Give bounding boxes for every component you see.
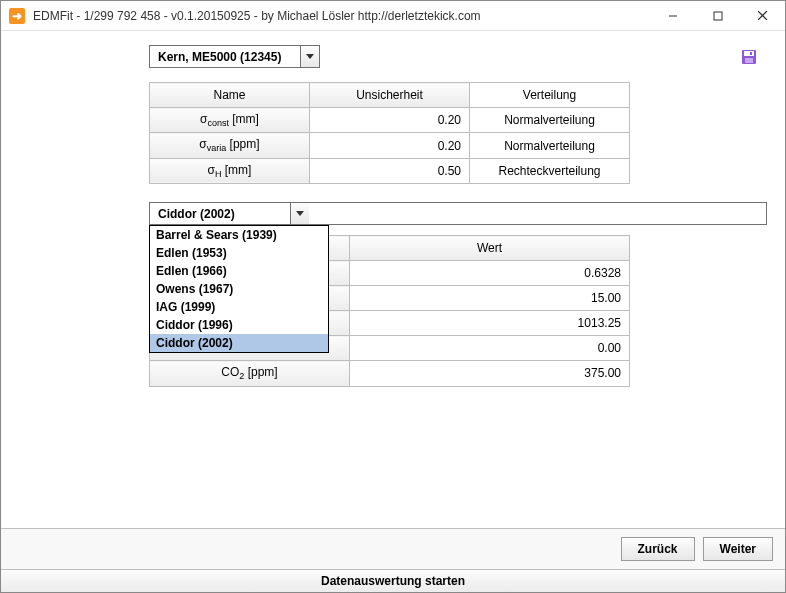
param-distribution[interactable]: Normalverteilung [470, 108, 630, 133]
chevron-down-icon[interactable] [300, 46, 319, 67]
dropdown-item[interactable]: IAG (1999) [150, 298, 328, 316]
table-row: σconst [mm] 0.20 Normalverteilung [150, 108, 630, 133]
col-name: Name [150, 83, 310, 108]
dropdown-item[interactable]: Barrel & Sears (1939) [150, 226, 328, 244]
svg-marker-9 [296, 211, 304, 216]
param-uncertainty[interactable]: 0.20 [310, 108, 470, 133]
param-value[interactable]: 0.6328 [350, 261, 630, 286]
col-distribution: Verteilung [470, 83, 630, 108]
start-evaluation-button[interactable]: Datenauswertung starten [1, 569, 785, 592]
dropdown-item[interactable]: Owens (1967) [150, 280, 328, 298]
uncertainty-table: Name Unsicherheit Verteilung σconst [mm]… [149, 82, 630, 184]
param-value[interactable]: 15.00 [350, 286, 630, 311]
param-uncertainty[interactable]: 0.20 [310, 133, 470, 158]
close-button[interactable] [740, 1, 785, 31]
dropdown-item[interactable]: Edlen (1953) [150, 244, 328, 262]
model-dropdown[interactable]: Barrel & Sears (1939)Edlen (1953)Edlen (… [149, 225, 329, 353]
window-controls [650, 1, 785, 31]
top-row: Kern, ME5000 (12345) [149, 45, 767, 68]
model-combo-row: Ciddor (2002) Barrel & Sears (1939)Edlen… [149, 202, 767, 225]
save-icon[interactable] [741, 49, 757, 65]
table-row: σH [mm] 0.50 Rechteckverteilung [150, 158, 630, 183]
instrument-combo-text: Kern, ME5000 (12345) [150, 46, 300, 67]
param-value[interactable]: 375.00 [350, 361, 630, 386]
svg-marker-4 [306, 54, 314, 59]
app-icon: ➜ [9, 8, 25, 24]
svg-rect-6 [744, 51, 754, 56]
next-button[interactable]: Weiter [703, 537, 773, 561]
param-name: σconst [mm] [150, 108, 310, 133]
param-distribution[interactable]: Rechteckverteilung [470, 158, 630, 183]
col-uncertainty: Unsicherheit [310, 83, 470, 108]
back-button[interactable]: Zurück [621, 537, 695, 561]
table-row: σvaria [ppm] 0.20 Normalverteilung [150, 133, 630, 158]
svg-rect-1 [714, 12, 722, 20]
param-value[interactable]: 0.00 [350, 336, 630, 361]
model-combo[interactable]: Ciddor (2002) [149, 202, 767, 225]
content-area: Kern, ME5000 (12345) Name Unsicherheit V… [1, 31, 785, 528]
dropdown-item[interactable]: Ciddor (1996) [150, 316, 328, 334]
param-name: CO2 [ppm] [150, 361, 350, 386]
param-distribution[interactable]: Normalverteilung [470, 133, 630, 158]
app-window: ➜ EDMFit - 1/299 792 458 - v0.1.20150925… [0, 0, 786, 593]
footer: Zurück Weiter [1, 528, 785, 569]
model-combo-text: Ciddor (2002) [150, 203, 290, 224]
param-name: σvaria [ppm] [150, 133, 310, 158]
param-value[interactable]: 1013.25 [350, 311, 630, 336]
col-param-value: Wert [350, 236, 630, 261]
titlebar: ➜ EDMFit - 1/299 792 458 - v0.1.20150925… [1, 1, 785, 31]
maximize-button[interactable] [695, 1, 740, 31]
svg-rect-7 [745, 58, 753, 63]
svg-rect-8 [750, 52, 752, 55]
instrument-combo[interactable]: Kern, ME5000 (12345) [149, 45, 320, 68]
table-row: CO2 [ppm] 375.00 [150, 361, 630, 386]
dropdown-item[interactable]: Ciddor (2002) [150, 334, 328, 352]
dropdown-item[interactable]: Edlen (1966) [150, 262, 328, 280]
param-uncertainty[interactable]: 0.50 [310, 158, 470, 183]
chevron-down-icon[interactable] [290, 203, 309, 224]
window-title: EDMFit - 1/299 792 458 - v0.1.20150925 -… [31, 9, 650, 23]
minimize-button[interactable] [650, 1, 695, 31]
param-name: σH [mm] [150, 158, 310, 183]
